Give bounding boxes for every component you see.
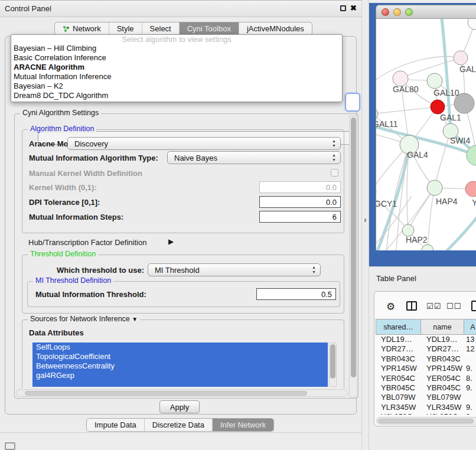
column-header-name[interactable]: name (421, 319, 464, 335)
data-attributes-list[interactable]: SelfLoopsTopologicalCoefficientBetweenne… (32, 343, 328, 387)
network-node-gal10[interactable] (427, 73, 442, 89)
attribute-list-item[interactable]: TopologicalCoefficient (32, 352, 328, 361)
focused-combobox-fragment[interactable] (345, 93, 360, 112)
close-panel-icon[interactable]: ✖ (350, 4, 357, 12)
table-cell: YBR043C (376, 354, 421, 364)
columns-icon[interactable] (406, 301, 417, 311)
dropdown-option[interactable]: ARACNE Algorithm (11, 63, 342, 72)
dropdown-option[interactable]: Mutual Information Inference (11, 72, 342, 81)
network-node-hap2[interactable] (402, 224, 414, 236)
clear-all-checks-icon[interactable]: ☐☐ (446, 302, 461, 311)
selected-value: Naive Bayes (174, 154, 217, 162)
table-cell: YER054C (376, 374, 421, 383)
which-threshold-label: Which threshold to use: (57, 266, 144, 275)
table-row[interactable]: YPR145WYPR145W9. (376, 364, 476, 373)
attribute-list-item[interactable]: gal4RGexp (32, 371, 328, 380)
manual-kernel-checkbox[interactable] (331, 169, 338, 177)
collapse-arrow-icon[interactable]: ▼ (132, 316, 138, 322)
node-label: GAL4 (407, 150, 428, 159)
table-cell: YDR27… (421, 344, 464, 354)
network-node[interactable] (422, 244, 433, 250)
mi-threshold-field[interactable]: 0.5 (256, 288, 336, 300)
table-cell: YBR045C (376, 383, 421, 393)
column-header-shared-name[interactable]: shared… (376, 319, 421, 335)
network-node-hap4[interactable] (427, 180, 442, 195)
table-row[interactable]: YBL079WYBL079W (376, 393, 476, 402)
table-cell (464, 354, 476, 364)
spinner-icon: ▲▼ (332, 153, 336, 162)
node-label: SWI4 (450, 136, 470, 145)
column-header-next[interactable]: A (464, 319, 476, 335)
tab-infer-network[interactable]: Infer Network (213, 419, 273, 431)
table-cell: YDL19… (421, 335, 464, 344)
network-node-gal1[interactable] (431, 100, 445, 114)
table-cell: 9. (464, 383, 476, 393)
aracne-mode-select[interactable]: Discovery ▲▼ (67, 137, 341, 150)
apply-button-label: Apply (170, 403, 190, 412)
minimize-window-icon[interactable] (393, 8, 401, 16)
kernel-width-field[interactable]: 0.0 (259, 181, 341, 193)
minimized-panel-icon[interactable] (5, 442, 15, 450)
expand-arrow-icon[interactable]: ▶ (168, 237, 174, 246)
splitter-handle[interactable] (364, 219, 366, 222)
table-horizontal-scrollbar[interactable] (376, 417, 476, 425)
node-label: GAL (459, 64, 476, 74)
manual-kernel-label: Manual Kernel Width Definition (29, 169, 142, 178)
select-all-checks-icon[interactable]: ☑☑ (426, 302, 441, 311)
apply-button[interactable]: Apply (159, 400, 200, 413)
network-node-gal[interactable] (454, 51, 468, 65)
control-panel: Control Panel ✖ Network Style Select Cyn… (0, 0, 361, 433)
network-node-y[interactable] (465, 181, 476, 197)
table-header: shared… name A (376, 319, 476, 335)
tab-style[interactable]: Style (109, 22, 142, 35)
mi-steps-field[interactable]: 6 (259, 211, 341, 223)
attributes-scrollbar[interactable] (329, 343, 337, 387)
settings-horizontal-scrollbar[interactable] (16, 389, 348, 397)
attribute-list-item[interactable]: SelfLoops (32, 343, 328, 352)
tab-jactivemnodules[interactable]: jActiveMNodules (239, 22, 312, 35)
network-window-titlebar[interactable] (376, 5, 476, 19)
table-panel-title: Table Panel (376, 274, 416, 283)
tab-label: Select (150, 24, 171, 33)
threshold-definition-group: Threshold Definition Which threshold to … (22, 255, 344, 314)
table-row[interactable]: YDL19…YDL19…13 (376, 335, 476, 344)
tab-impute-data[interactable]: Impute Data (87, 419, 145, 431)
zoom-window-icon[interactable] (405, 8, 413, 16)
attribute-list-item[interactable]: BetweennessCentrality (32, 361, 328, 371)
application-window: Control Panel ✖ Network Style Select Cyn… (0, 0, 476, 450)
table-row[interactable]: YBR045CYBR045C9. (376, 383, 476, 393)
table-cell: YLR345W (376, 403, 421, 412)
dropdown-option[interactable]: Bayesian – Hill Climbing (11, 44, 342, 53)
export-table-icon[interactable] (471, 301, 476, 311)
tab-discretize-data[interactable]: Discretize Data (145, 419, 213, 431)
dropdown-option[interactable]: Dream8 DC_TDC Algorithm (11, 91, 342, 100)
table-row[interactable]: YDR27…YDR27…12 (376, 344, 476, 354)
gear-icon[interactable]: ⚙ (386, 301, 395, 313)
which-threshold-select[interactable]: MI Threshold ▲▼ (148, 263, 321, 276)
dpi-tolerance-field[interactable]: 0.0 (259, 196, 341, 208)
table-row[interactable]: YER054CYER054C8. (376, 374, 476, 383)
network-icon (63, 25, 70, 32)
mi-algorithm-type-select[interactable]: Naive Bayes ▲▼ (167, 151, 341, 164)
mi-threshold-label: Mutual Information Threshold: (35, 290, 146, 299)
close-window-icon[interactable] (382, 8, 389, 16)
table-row[interactable]: YBR043CYBR043C (376, 354, 476, 364)
data-attributes-label: Data Attributes (29, 328, 84, 337)
settings-vertical-scrollbar[interactable] (349, 116, 357, 397)
tab-network[interactable]: Network (55, 22, 109, 35)
table-row[interactable]: YJL052CYJL052C9. (376, 412, 476, 415)
node-label: Y (472, 198, 476, 207)
tab-cyni-toolbox[interactable]: Cyni Toolbox (180, 22, 239, 35)
dropdown-option[interactable]: Basic Correlation Inference (11, 53, 342, 63)
tab-select[interactable]: Select (142, 22, 180, 35)
dropdown-option[interactable]: Bayesian – K2 (11, 81, 342, 91)
panel-splitter[interactable] (361, 0, 369, 450)
table-cell: 9. (464, 412, 476, 415)
control-panel-tabstrip: Network Style Select Cyni Toolbox jActiv… (54, 22, 312, 35)
network-node[interactable] (468, 19, 476, 30)
network-canvas[interactable]: GALGAL80GAL10GAL1GAL11SWI4GAL4GCY1HAP4YH… (376, 19, 476, 250)
control-panel-titlebar: Control Panel ✖ (0, 1, 361, 17)
spinner-icon: ▲▼ (312, 265, 316, 275)
float-panel-icon[interactable] (340, 5, 346, 11)
table-row[interactable]: YLR345WYLR345W9. (376, 403, 476, 412)
